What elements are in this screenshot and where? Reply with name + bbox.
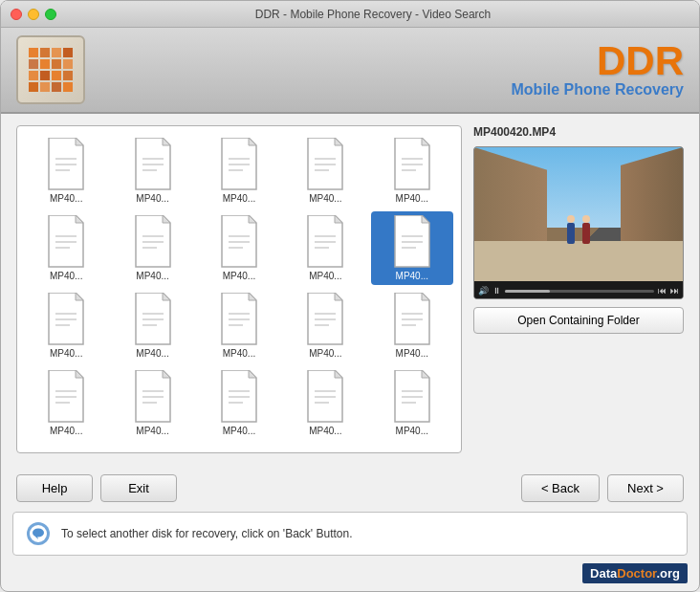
file-item-4[interactable]: MP40... — [371, 134, 453, 208]
file-item-11[interactable]: MP40... — [111, 289, 193, 362]
file-label-0: MP40... — [50, 193, 82, 204]
svg-marker-67 — [76, 293, 83, 300]
svg-rect-14 — [52, 82, 61, 92]
svg-marker-57 — [335, 215, 342, 223]
bottom-bar: Help Exit < Back Next > — [1, 465, 699, 512]
file-icon-5 — [43, 215, 89, 269]
svg-marker-47 — [163, 215, 170, 223]
file-item-2[interactable]: MP40... — [198, 134, 280, 208]
file-icon-8 — [302, 215, 348, 269]
back-button[interactable]: < Back — [521, 474, 600, 502]
svg-marker-37 — [422, 138, 429, 145]
svg-marker-27 — [249, 138, 256, 145]
file-label-4: MP40... — [396, 193, 428, 204]
file-grid-container[interactable]: MP40... MP40... MP40... — [16, 125, 462, 453]
svg-marker-112 — [422, 370, 429, 378]
video-controls: 🔊 ⏸ ⏮ ⏭ — [474, 281, 683, 299]
file-label-12: MP40... — [223, 348, 255, 359]
file-item-0[interactable]: MP40... — [25, 134, 107, 208]
brand-ddr: DDR — [512, 41, 685, 81]
file-label-3: MP40... — [309, 193, 341, 204]
file-item-5[interactable]: MP40... — [25, 211, 107, 285]
svg-rect-11 — [63, 71, 73, 80]
svg-marker-42 — [76, 215, 83, 223]
file-item-13[interactable]: MP40... — [284, 289, 366, 362]
svg-marker-72 — [163, 293, 170, 300]
status-bar: To select another disk for recovery, cli… — [12, 512, 688, 556]
file-icon-4 — [389, 138, 435, 191]
scene-figures — [567, 215, 590, 244]
file-icon-16 — [130, 370, 176, 424]
file-icon-9 — [389, 215, 435, 269]
svg-rect-13 — [40, 82, 50, 92]
svg-marker-32 — [335, 138, 342, 145]
file-item-12[interactable]: MP40... — [198, 289, 280, 362]
svg-marker-17 — [76, 138, 83, 145]
play-pause-icon[interactable]: ⏸ — [492, 286, 501, 296]
progress-bar[interactable] — [505, 290, 654, 293]
file-label-1: MP40... — [136, 193, 168, 204]
file-label-7: MP40... — [223, 271, 255, 281]
left-buttons: Help Exit — [16, 474, 177, 502]
file-item-3[interactable]: MP40... — [284, 134, 366, 208]
svg-marker-97 — [163, 370, 170, 378]
file-label-5: MP40... — [50, 271, 82, 281]
file-item-10[interactable]: MP40... — [25, 289, 107, 362]
svg-marker-52 — [249, 215, 256, 223]
traffic-lights — [11, 9, 56, 20]
watermark: DataDoctor.org — [582, 563, 688, 583]
figure-2 — [582, 215, 590, 244]
title-bar: DDR - Mobile Phone Recovery - Video Sear… — [1, 1, 699, 28]
file-item-9[interactable]: MP40... — [371, 211, 453, 285]
file-icon-11 — [130, 293, 176, 346]
svg-marker-87 — [422, 293, 429, 300]
file-item-18[interactable]: MP40... — [284, 366, 366, 440]
rewind-icon[interactable]: ⏮ — [658, 286, 667, 296]
svg-rect-2 — [52, 48, 61, 57]
file-icon-17 — [216, 370, 262, 424]
maximize-button[interactable] — [45, 9, 56, 20]
file-icon-1 — [130, 138, 176, 191]
svg-rect-3 — [63, 48, 73, 57]
file-icon-12 — [216, 293, 262, 346]
svg-rect-4 — [29, 59, 38, 69]
preview-filename: MP400420.MP4 — [473, 125, 684, 139]
file-label-9: MP40... — [396, 271, 428, 281]
header: DDR Mobile Phone Recovery — [1, 28, 699, 114]
svg-rect-1 — [40, 48, 50, 57]
exit-button[interactable]: Exit — [100, 474, 177, 502]
next-button[interactable]: Next > — [607, 474, 684, 502]
file-icon-3 — [302, 138, 348, 191]
close-button[interactable] — [11, 9, 22, 20]
file-label-17: MP40... — [223, 426, 255, 436]
window-title: DDR - Mobile Phone Recovery - Video Sear… — [56, 8, 689, 21]
minimize-button[interactable] — [28, 9, 39, 20]
file-icon-19 — [389, 370, 435, 424]
status-icon — [25, 520, 52, 547]
open-folder-button[interactable]: Open Containing Folder — [473, 307, 684, 334]
file-label-16: MP40... — [136, 426, 168, 436]
figure-body-1 — [567, 223, 575, 244]
file-item-17[interactable]: MP40... — [198, 366, 280, 440]
figure-body-2 — [582, 223, 590, 244]
svg-point-118 — [33, 529, 44, 537]
file-label-2: MP40... — [223, 193, 255, 204]
svg-marker-82 — [335, 293, 342, 300]
brand-sub: Mobile Phone Recovery — [512, 81, 685, 99]
file-label-6: MP40... — [136, 271, 168, 281]
forward-icon[interactable]: ⏭ — [670, 286, 679, 296]
file-item-1[interactable]: MP40... — [111, 134, 193, 208]
file-item-14[interactable]: MP40... — [371, 289, 453, 362]
help-button[interactable]: Help — [16, 474, 93, 502]
file-icon-13 — [302, 293, 348, 346]
file-item-6[interactable]: MP40... — [111, 211, 193, 285]
file-item-8[interactable]: MP40... — [284, 211, 366, 285]
file-label-19: MP40... — [396, 426, 428, 436]
file-item-16[interactable]: MP40... — [111, 366, 193, 440]
figure-1 — [567, 215, 575, 244]
file-item-7[interactable]: MP40... — [198, 211, 280, 285]
file-item-15[interactable]: MP40... — [25, 366, 107, 440]
figure-head-2 — [582, 215, 590, 223]
file-item-19[interactable]: MP40... — [371, 366, 453, 440]
volume-icon[interactable]: 🔊 — [478, 286, 489, 296]
